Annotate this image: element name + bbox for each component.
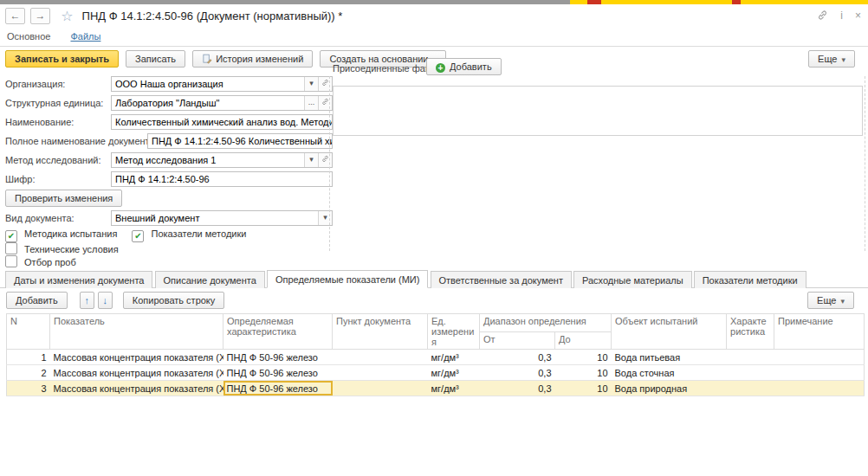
tab-dates-changes[interactable]: Даты и изменения документа bbox=[5, 271, 152, 288]
structural-unit-value[interactable]: Лаборатория "Ландыш" bbox=[112, 96, 304, 110]
cell-to[interactable]: 10 bbox=[555, 365, 612, 381]
cell-n[interactable]: 3 bbox=[7, 381, 50, 396]
structural-unit-input[interactable]: Лаборатория "Ландыш" ... bbox=[111, 95, 333, 111]
dropdown-button[interactable]: ▾ bbox=[304, 153, 318, 167]
info-icon[interactable]: i bbox=[840, 10, 843, 22]
get-link-icon[interactable] bbox=[817, 10, 828, 22]
checkbox-tech-conditions[interactable] bbox=[5, 242, 17, 254]
cell-to[interactable]: 10 bbox=[555, 350, 612, 365]
cell-unit[interactable]: мг/дм³ bbox=[428, 381, 480, 396]
cell-note[interactable] bbox=[774, 350, 865, 365]
name-input[interactable]: Количественный химический анализ вод. Ме… bbox=[111, 114, 333, 130]
field-row-fullname: Полное наименование документа: ПНД Ф 14.… bbox=[5, 133, 158, 149]
dropdown-button[interactable]: ▾ bbox=[304, 77, 318, 91]
cell-from[interactable]: 0,3 bbox=[480, 381, 555, 396]
cell-test-object[interactable]: Вода природная bbox=[612, 381, 727, 396]
organization-input[interactable]: ООО Наша организация ▾ bbox=[111, 76, 333, 92]
cell-from[interactable]: 0,3 bbox=[480, 365, 555, 381]
cell-unit[interactable]: мг/дм³ bbox=[428, 350, 480, 365]
plus-icon: + bbox=[436, 63, 445, 73]
pane-splitter[interactable] bbox=[329, 76, 330, 251]
cell-note[interactable] bbox=[774, 381, 865, 396]
cell-indicator[interactable]: Массовая концентрация показателя (Xi), м… bbox=[50, 381, 223, 396]
screen-edge-strip bbox=[0, 0, 868, 4]
title-bar: ← → ☆ ПНД Ф 14.1:2:4.50-96 (Документ (но… bbox=[5, 8, 863, 27]
cell-doc-point[interactable] bbox=[333, 365, 428, 381]
favorite-star-icon[interactable]: ☆ bbox=[61, 9, 73, 23]
table-row-selected[interactable]: 3 Массовая концентрация показателя (Xi),… bbox=[7, 381, 865, 396]
attach-add-button[interactable]: +Добавить bbox=[426, 58, 502, 75]
method-input[interactable]: Метод исследования 1 ▾ bbox=[111, 152, 333, 168]
method-value[interactable]: Метод исследования 1 bbox=[112, 153, 304, 167]
tab-method-indicators[interactable]: Показатели методики bbox=[694, 271, 806, 288]
col-header-characteristic: Определяемая характеристика bbox=[223, 314, 333, 350]
cell-doc-point[interactable] bbox=[333, 381, 428, 396]
attached-files-list[interactable] bbox=[333, 86, 863, 136]
cell-indicator[interactable]: Массовая концентрация показателя (Xi), м… bbox=[50, 350, 223, 365]
history-button[interactable]: История изменений bbox=[192, 50, 313, 68]
move-down-button[interactable]: ↓ bbox=[98, 292, 113, 309]
move-up-button[interactable]: ↑ bbox=[80, 292, 94, 309]
col-header-range: Диапазон определения bbox=[480, 314, 612, 332]
cipher-input[interactable]: ПНД Ф 14.1:2:4.50-96 bbox=[111, 171, 333, 187]
cell-to[interactable]: 10 bbox=[555, 381, 612, 396]
full-name-label: Полное наименование документа: bbox=[5, 133, 158, 146]
col-header-indicator: Показатель bbox=[50, 314, 223, 350]
field-row-name: Наименование: Количественный химический … bbox=[5, 114, 74, 130]
tab-defined-indicators[interactable]: Определяемые показатели (МИ) bbox=[267, 270, 429, 288]
col-header-note: Примечание bbox=[774, 314, 865, 350]
cell-from[interactable]: 0,3 bbox=[480, 350, 555, 365]
cell-test-object[interactable]: Вода питьевая bbox=[612, 350, 727, 365]
cell-feature[interactable] bbox=[727, 381, 774, 396]
close-icon[interactable]: × bbox=[855, 10, 861, 22]
cell-unit[interactable]: мг/дм³ bbox=[428, 365, 480, 381]
cell-feature[interactable] bbox=[727, 365, 774, 381]
table-row[interactable]: 2 Массовая концентрация показателя (Xi),… bbox=[7, 365, 865, 381]
full-name-input[interactable]: ПНД Ф 14.1:2:4.50-96 Количественный хими… bbox=[147, 133, 333, 149]
full-name-value[interactable]: ПНД Ф 14.1:2:4.50-96 Количественный хими… bbox=[148, 134, 332, 148]
cell-characteristic[interactable]: ПНД Ф 50-96 железо bbox=[223, 365, 333, 381]
col-header-unit: Ед. измерения bbox=[428, 314, 480, 350]
forward-button[interactable]: → bbox=[30, 8, 50, 24]
table-row[interactable]: 1 Массовая концентрация показателя (Xi),… bbox=[7, 350, 865, 365]
ellipsis-button[interactable]: ... bbox=[304, 96, 318, 110]
cell-doc-point[interactable] bbox=[333, 350, 428, 365]
save-close-button[interactable]: Записать и закрыть bbox=[5, 50, 119, 68]
checkbox-test-method[interactable]: ✔ bbox=[5, 230, 17, 242]
checkbox-method-indicators[interactable]: ✔ bbox=[132, 230, 144, 242]
check-changes-button[interactable]: Проверить изменения bbox=[5, 190, 122, 207]
checkbox-sampling-label: Отбор проб bbox=[24, 257, 76, 267]
col-header-from: От bbox=[480, 331, 555, 350]
tab-doc-description[interactable]: Описание документа bbox=[155, 271, 265, 288]
doc-type-input[interactable]: Внешний документ ▾ bbox=[111, 210, 333, 226]
tab-main[interactable]: Основное bbox=[7, 31, 50, 42]
history-icon bbox=[202, 54, 212, 64]
cell-characteristic-selected[interactable]: ПНД Ф 50-96 железо bbox=[223, 381, 333, 396]
tab-consumables[interactable]: Расходные материалы bbox=[573, 271, 692, 288]
cell-n[interactable]: 2 bbox=[7, 365, 50, 381]
cell-characteristic[interactable]: ПНД Ф 50-96 железо bbox=[223, 350, 333, 365]
page-title: ПНД Ф 14.1:2:4.50-96 (Документ (норматив… bbox=[82, 10, 343, 23]
checkbox-row-2: Технические условия bbox=[5, 242, 131, 255]
name-value[interactable]: Количественный химический анализ вод. Ме… bbox=[112, 115, 332, 129]
doc-type-value[interactable]: Внешний документ bbox=[112, 211, 318, 225]
cell-feature[interactable] bbox=[727, 350, 774, 365]
row-add-button[interactable]: Добавить bbox=[6, 292, 68, 309]
cell-note[interactable] bbox=[774, 365, 865, 381]
tab-responsible[interactable]: Ответственные за документ bbox=[431, 271, 572, 288]
organization-value[interactable]: ООО Наша организация bbox=[112, 77, 304, 91]
copy-row-button[interactable]: Копировать строку bbox=[123, 292, 225, 309]
cipher-value[interactable]: ПНД Ф 14.1:2:4.50-96 bbox=[112, 172, 332, 186]
more-button-top[interactable]: Еще▾ bbox=[808, 50, 855, 68]
cell-test-object[interactable]: Вода сточная bbox=[612, 365, 727, 381]
cell-n[interactable]: 1 bbox=[7, 350, 50, 365]
back-button[interactable]: ← bbox=[5, 8, 25, 24]
checkbox-sampling[interactable] bbox=[5, 255, 17, 267]
pane-splitter-right[interactable] bbox=[865, 76, 865, 251]
tab-files[interactable]: Файлы bbox=[70, 31, 100, 42]
chevron-down-icon: ▾ bbox=[841, 55, 845, 64]
save-button[interactable]: Записать bbox=[126, 50, 185, 68]
more-button-table[interactable]: Еще▾ bbox=[807, 292, 854, 309]
cell-indicator[interactable]: Массовая концентрация показателя (Xi), м… bbox=[50, 365, 223, 381]
document-window: ← → ☆ ПНД Ф 14.1:2:4.50-96 (Документ (но… bbox=[0, 0, 868, 476]
